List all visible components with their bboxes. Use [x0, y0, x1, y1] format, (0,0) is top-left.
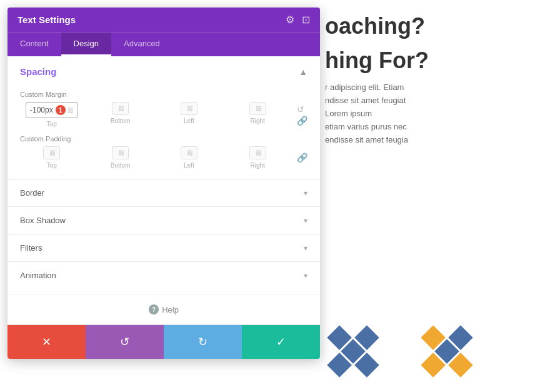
padding-top-input[interactable]: ⛓ [43, 146, 60, 159]
text-settings-panel: Text Settings ⚙ ⊡ Content Design Advance… [8, 8, 320, 359]
bg-heading-2: hing For? [325, 47, 544, 74]
margin-left-label: Left [184, 118, 194, 124]
cancel-button[interactable]: ✕ [8, 325, 86, 359]
help-label: Help [162, 305, 179, 314]
help-circle-icon: ? [149, 304, 159, 314]
tab-content[interactable]: Content [8, 33, 61, 56]
logo-mixed [407, 311, 486, 391]
border-section: Border ▾ [8, 179, 320, 206]
margin-bottom-input[interactable]: ⛓ [112, 102, 129, 115]
tab-design[interactable]: Design [61, 33, 111, 56]
padding-left-label: Left [184, 162, 194, 169]
padding-bottom-input[interactable]: ⛓ [112, 146, 129, 159]
padding-bottom-wrap: ⛓ Bottom [89, 146, 152, 169]
padding-input-row: ⛓ Top ⛓ Bottom [20, 146, 308, 169]
padding-right-link-icon: ⛓ [256, 149, 262, 156]
custom-padding-label: Custom Padding [20, 135, 308, 143]
logo-area [325, 323, 475, 379]
panel-header: Text Settings ⚙ ⊡ [8, 8, 320, 32]
animation-label: Animation [20, 271, 56, 280]
box-shadow-section: Box Shadow ▾ [8, 206, 320, 234]
margin-left-input[interactable]: ⛓ [181, 102, 198, 115]
margin-input-group: -100px 1 ⛓ Top ⛓ Bottom [20, 102, 289, 128]
custom-margin-label: Custom Margin [20, 91, 308, 98]
margin-top-badge: 1 [56, 105, 66, 115]
help-link[interactable]: ? Help [149, 304, 179, 314]
padding-bottom-link-icon: ⛓ [118, 149, 124, 156]
help-row: ? Help [8, 294, 320, 324]
filters-chevron-icon: ▾ [304, 244, 308, 253]
padding-row-actions: 🔗 [297, 153, 308, 162]
redo-button[interactable]: ↻ [164, 325, 242, 359]
border-label: Border [20, 188, 44, 198]
filters-header[interactable]: Filters ▾ [8, 234, 320, 261]
tab-advanced[interactable]: Advanced [111, 33, 172, 56]
undo-button[interactable]: ↺ [86, 325, 164, 359]
spacing-title: Spacing [20, 66, 56, 77]
box-shadow-chevron-icon: ▾ [304, 216, 308, 225]
filters-section: Filters ▾ [8, 234, 320, 261]
spacing-chevron-icon: ▲ [299, 67, 308, 77]
padding-bottom-label: Bottom [111, 162, 131, 169]
border-chevron-icon: ▾ [304, 189, 308, 198]
expand-icon[interactable]: ⊡ [302, 14, 310, 26]
padding-top-wrap: ⛓ Top [20, 146, 84, 169]
animation-header[interactable]: Animation ▾ [8, 262, 320, 289]
spacing-section-header[interactable]: Spacing ▲ [8, 56, 320, 83]
margin-top-label: Top [47, 121, 57, 128]
panel-footer: ✕ ↺ ↻ ✓ [8, 324, 320, 359]
border-header[interactable]: Border ▾ [8, 179, 320, 206]
padding-right-wrap: ⛓ Right [226, 146, 289, 169]
save-button[interactable]: ✓ [242, 325, 320, 359]
margin-row-actions: ↺ 🔗 [297, 105, 308, 125]
margin-reset-icon[interactable]: ↺ [297, 105, 308, 114]
margin-top-value: -100px [30, 106, 53, 114]
animation-chevron-icon: ▾ [304, 271, 308, 280]
settings-icon[interactable]: ⚙ [286, 14, 294, 26]
logo-blue [313, 311, 392, 391]
margin-right-label: Right [250, 118, 264, 124]
bg-body-text: r adipiscing elit. Etiam ndisse sit amet… [325, 81, 544, 146]
margin-top-input[interactable]: -100px 1 ⛓ [26, 102, 78, 118]
padding-right-input[interactable]: ⛓ [249, 146, 266, 159]
panel-title: Text Settings [18, 14, 76, 25]
padding-right-label: Right [250, 162, 264, 169]
box-shadow-label: Box Shadow [20, 216, 66, 225]
padding-top-label: Top [47, 162, 57, 169]
margin-link-icon[interactable]: 🔗 [297, 116, 308, 125]
margin-bottom-link-icon: ⛓ [118, 105, 124, 112]
margin-left-link-icon: ⛓ [187, 105, 193, 112]
padding-top-link-icon: ⛓ [49, 149, 56, 156]
filters-label: Filters [20, 243, 42, 253]
margin-bottom-label: Bottom [111, 118, 131, 124]
panel-header-icons: ⚙ ⊡ [286, 14, 310, 26]
padding-left-link-icon: ⛓ [187, 149, 193, 156]
bg-heading-1: oaching? [325, 13, 544, 39]
margin-right-input[interactable]: ⛓ [249, 102, 266, 115]
panel-tabs: Content Design Advanced [8, 32, 320, 56]
spacing-section-body: Custom Margin -100px 1 ⛓ Top [8, 91, 320, 179]
margin-bottom-wrap: ⛓ Bottom [89, 102, 152, 128]
padding-left-wrap: ⛓ Left [158, 146, 221, 169]
margin-left-wrap: ⛓ Left [158, 102, 221, 128]
box-shadow-header[interactable]: Box Shadow ▾ [8, 207, 320, 234]
margin-right-link-icon: ⛓ [256, 105, 262, 112]
margin-top-wrap: -100px 1 ⛓ Top [20, 102, 84, 128]
animation-section: Animation ▾ [8, 261, 320, 289]
panel-body: Spacing ▲ Custom Margin -100px 1 ⛓ Top [8, 56, 320, 324]
padding-input-group: ⛓ Top ⛓ Bottom [20, 146, 289, 169]
margin-right-wrap: ⛓ Right [226, 102, 289, 128]
padding-left-input[interactable]: ⛓ [181, 146, 198, 159]
padding-link-icon[interactable]: 🔗 [297, 153, 308, 162]
margin-input-row: -100px 1 ⛓ Top ⛓ Bottom [20, 102, 308, 128]
margin-top-link-icon: ⛓ [68, 107, 74, 114]
